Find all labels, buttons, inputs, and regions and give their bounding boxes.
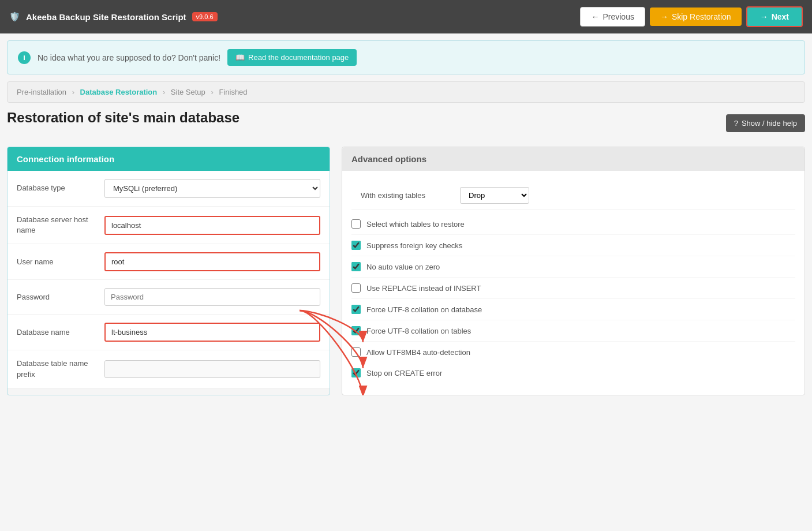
advanced-options-body: With existing tables Drop Backup Delete … (342, 171, 804, 395)
checkbox-1[interactable] (351, 241, 361, 250)
checkbox-7[interactable] (351, 368, 361, 377)
checkbox-3[interactable] (351, 283, 361, 293)
with-existing-tables-row: With existing tables Drop Backup Delete (351, 179, 795, 210)
breadcrumb: Pre-installation › Database Restoration … (7, 81, 805, 103)
question-icon: ? (734, 119, 738, 128)
checkbox-0[interactable] (351, 219, 361, 229)
checkbox-row-7: Stop on CREATE error (351, 362, 795, 383)
title-row: Restoration of site's main database ? Sh… (7, 110, 805, 136)
app-title-area: 🛡️ Akeeba Backup Site Restoration Script… (9, 12, 218, 22)
db-name-label: Database name (17, 327, 98, 338)
db-name-input[interactable] (104, 323, 320, 342)
db-prefix-input[interactable] (104, 360, 320, 378)
advanced-options-header: Advanced options (342, 147, 804, 171)
breadcrumb-sep2: › (163, 88, 165, 96)
connection-info-body: Database type MySQLi (preferred) Databas… (8, 171, 330, 388)
arrow-right-icon-next: → (760, 12, 768, 21)
header: 🛡️ Akeeba Backup Site Restoration Script… (0, 0, 812, 33)
skip-restoration-button[interactable]: → Skip Restoration (650, 8, 742, 26)
breadcrumb-db-restore[interactable]: Database Restoration (80, 88, 158, 96)
breadcrumb-finished: Finished (219, 88, 247, 96)
breadcrumb-sep1: › (72, 88, 74, 96)
db-name-row: Database name (8, 315, 330, 350)
breadcrumb-site-setup: Site Setup (171, 88, 205, 96)
db-server-input[interactable] (104, 216, 320, 235)
password-row: Password (8, 280, 330, 315)
info-bar: i No idea what you are supposed to do? D… (7, 40, 805, 74)
info-text: No idea what you are supposed to do? Don… (38, 53, 220, 62)
db-type-row: Database type MySQLi (preferred) (8, 171, 330, 207)
previous-button[interactable]: ← Previous (580, 7, 645, 27)
two-column-layout: Connection information Database type MyS… (7, 147, 805, 395)
breadcrumb-pre-install: Pre-installation (17, 88, 66, 96)
connection-info-header: Connection information (8, 147, 330, 171)
book-icon: 📖 (235, 53, 245, 62)
username-label: User name (17, 257, 98, 267)
page-title: Restoration of site's main database (7, 110, 240, 126)
db-server-label: Database server host name (17, 215, 98, 235)
checkbox-row-5: Force UTF-8 collation on tables (351, 320, 795, 342)
header-actions: ← Previous → Skip Restoration → Next (580, 6, 803, 27)
arrow-right-icon: → (660, 12, 668, 21)
db-prefix-label: Database table name prefix (17, 358, 98, 379)
advanced-options-box: Advanced options With existing tables Dr… (342, 147, 805, 395)
show-hide-help-button[interactable]: ? Show / hide help (726, 114, 805, 132)
main-content: Restoration of site's main database ? Sh… (7, 110, 805, 395)
doc-button[interactable]: 📖 Read the documentation page (227, 49, 357, 66)
checkbox-row-6: Allow UTF8MB4 auto-detection (351, 342, 795, 362)
checkbox-row-2: No auto value on zero (351, 256, 795, 278)
username-input[interactable] (104, 252, 320, 271)
checkbox-row-0: Select which tables to restore (351, 214, 795, 235)
checkbox-2[interactable] (351, 262, 361, 271)
checkbox-6[interactable] (351, 347, 361, 357)
app-logo-icon: 🛡️ (9, 12, 20, 22)
password-input[interactable] (104, 288, 320, 306)
db-prefix-row: Database table name prefix (8, 350, 330, 388)
connection-info-box: Connection information Database type MyS… (7, 147, 330, 395)
arrow-area: Force UTF-8 collation on database Force … (351, 299, 795, 362)
checkbox-4[interactable] (351, 305, 361, 314)
checkbox-row-1: Suppress foreign key checks (351, 235, 795, 256)
checkbox-row-3: Use REPLACE instead of INSERT (351, 278, 795, 299)
username-row: User name (8, 244, 330, 280)
next-button[interactable]: → Next (746, 6, 803, 27)
db-type-select[interactable]: MySQLi (preferred) (104, 179, 320, 198)
checkbox-row-4: Force UTF-8 collation on database (351, 299, 795, 320)
info-icon: i (18, 51, 31, 64)
arrow-left-icon: ← (591, 12, 599, 21)
db-server-row: Database server host name (8, 207, 330, 244)
db-type-label: Database type (17, 183, 98, 193)
version-badge: v9.0.6 (192, 12, 218, 21)
with-existing-label: With existing tables (361, 191, 453, 200)
app-title: Akeeba Backup Site Restoration Script (26, 12, 186, 22)
breadcrumb-sep3: › (211, 88, 213, 96)
checkboxes-area: Select which tables to restore Suppress … (351, 210, 795, 387)
with-existing-select[interactable]: Drop Backup Delete (460, 187, 529, 204)
password-label: Password (17, 292, 98, 302)
checkbox-5[interactable] (351, 326, 361, 335)
